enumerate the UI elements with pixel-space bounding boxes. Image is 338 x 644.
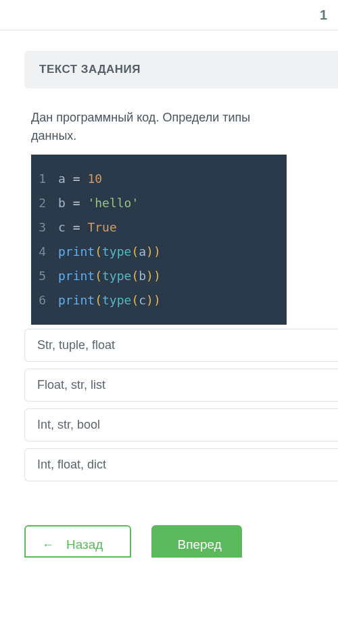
code-text: print(type(c)) — [58, 288, 161, 313]
answer-options: Str, tuple, floatFloat, str, listInt, st… — [24, 329, 338, 481]
line-number: 4 — [31, 240, 58, 264]
section-title: ТЕКСТ ЗАДАНИЯ — [39, 63, 323, 76]
line-number: 3 — [31, 215, 58, 240]
code-text: print(type(b)) — [58, 264, 161, 288]
back-button[interactable]: ← Назад — [24, 525, 131, 558]
footer-buttons: ← Назад Вперед — [0, 525, 338, 558]
answer-option-3[interactable]: Int, str, bool — [24, 408, 338, 441]
question-line-1: Дан программный код. Определи типы — [31, 111, 250, 124]
line-number: 6 — [31, 288, 58, 313]
code-text: b = 'hello' — [58, 191, 139, 215]
line-number: 2 — [31, 191, 58, 215]
line-number: 5 — [31, 264, 58, 288]
question-text: Дан программный код. Определи типы данны… — [24, 109, 338, 145]
forward-button-label: Вперед — [177, 537, 221, 552]
code-line: 6print(type(c)) — [31, 288, 287, 313]
code-text: a = 10 — [58, 167, 102, 191]
back-button-label: Назад — [66, 537, 103, 552]
code-line: 1a = 10 — [31, 167, 287, 191]
top-bar: 1 — [0, 0, 338, 30]
code-line: 2b = 'hello' — [31, 191, 287, 215]
code-line: 3c = True — [31, 215, 287, 240]
answer-option-4[interactable]: Int, float, dict — [24, 448, 338, 481]
line-number: 1 — [31, 167, 58, 191]
question-line-2: данных. — [31, 129, 76, 142]
code-text: c = True — [58, 215, 117, 240]
answer-option-2[interactable]: Float, str, list — [24, 369, 338, 402]
answer-option-1[interactable]: Str, tuple, float — [24, 329, 338, 362]
code-block: 1a = 102b = 'hello'3c = True4print(type(… — [31, 155, 287, 325]
section-header: ТЕКСТ ЗАДАНИЯ — [24, 51, 338, 88]
code-text: print(type(a)) — [58, 240, 161, 264]
content-area: ТЕКСТ ЗАДАНИЯ Дан программный код. Опред… — [0, 30, 338, 481]
arrow-left-icon: ← — [42, 538, 54, 552]
code-line: 5print(type(b)) — [31, 264, 287, 288]
forward-button[interactable]: Вперед — [151, 525, 241, 558]
code-line: 4print(type(a)) — [31, 240, 287, 264]
top-right-text: 1 — [320, 7, 327, 23]
